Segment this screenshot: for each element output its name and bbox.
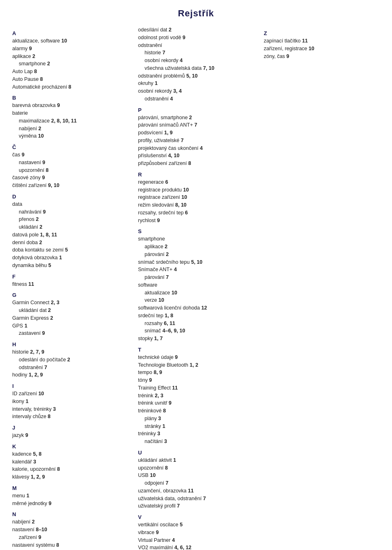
index-entry: Auto Lap 8: [12, 68, 128, 76]
index-entry: dynamika běhu 5: [12, 262, 128, 269]
entry-text: příslušenství: [138, 153, 168, 158]
entry-pages: 1: [24, 323, 27, 329]
entry-pages: 2: [50, 315, 53, 321]
entry-pages: 4: [172, 537, 175, 543]
entry-text: ikony: [12, 399, 26, 404]
entry-text: aktualizace: [145, 290, 172, 296]
entry-text: stopky: [138, 336, 154, 341]
section-letter-J: J: [12, 425, 128, 431]
index-entry: Auto Pause 8: [12, 76, 128, 83]
entry-text: trénink: [138, 393, 155, 399]
index-entry: projektovaný čas ukončení 4: [138, 145, 254, 152]
entry-pages: 8: [34, 69, 37, 74]
entry-pages: 4: [180, 58, 183, 63]
entry-text: softwarová licenční dohoda: [138, 305, 201, 311]
index-entry: uzamčení, obrazovka 11: [138, 487, 254, 495]
index-entry: intervaly chůze 8: [12, 413, 128, 421]
entry-text: odpojení: [145, 480, 165, 486]
entry-pages: 2, 7, 9: [30, 349, 45, 355]
index-entry: registrace zařízení 10: [138, 194, 254, 201]
index-entry: fitness 11: [12, 281, 128, 288]
entry-text: dynamika běhu: [12, 263, 48, 268]
entry-text: měrné jednotky: [12, 501, 49, 506]
entry-pages: 4: [200, 145, 203, 151]
index-entry: Training Effect 11: [138, 384, 254, 392]
entry-text: denní doba: [12, 240, 39, 245]
entry-text: výměna: [19, 133, 38, 139]
index-entry: stopky 1, 7: [138, 335, 254, 343]
index-entry: srdeční tep 1, 8: [138, 312, 254, 320]
entry-pages: 9: [29, 46, 32, 51]
entry-pages: 9: [49, 501, 51, 506]
entry-pages: 11: [29, 281, 34, 287]
column-3: Zzapínací tlačítko 11zařízení, registrac…: [259, 26, 380, 550]
entry-text: registrace produktu: [138, 187, 183, 193]
entry-pages: 8: [165, 465, 168, 471]
entry-text: párování: [145, 252, 166, 257]
index-entry: aktualizace 10: [138, 289, 254, 297]
index-entry: zařízení, registrace 10: [264, 45, 380, 53]
column-1: Aaktualizace, software 10alarmy 9aplikac…: [12, 26, 133, 550]
index-entry: nastavení 8–10: [12, 526, 128, 534]
entry-text: kalendář: [12, 459, 33, 465]
entry-text: nabíjení: [19, 126, 38, 131]
entry-text: hodiny: [12, 372, 29, 378]
entry-text: čas: [12, 152, 22, 158]
entry-text: tempo: [138, 370, 154, 375]
entry-text: nastavení: [12, 527, 36, 532]
entry-pages: 9: [286, 53, 289, 59]
entry-text: Auto Lap: [12, 69, 34, 74]
section-letter-F: F: [12, 274, 128, 280]
entry-text: aplikace: [12, 53, 32, 59]
entry-pages: 2: [166, 252, 169, 257]
entry-pages: 4–6, 9, 10: [163, 328, 185, 334]
entry-pages: 2: [32, 53, 35, 59]
entry-pages: 10: [38, 133, 44, 139]
entry-pages: 9: [25, 432, 28, 438]
entry-pages: 10: [172, 290, 177, 296]
entry-pages: 8: [57, 466, 60, 472]
entry-text: profily, uživatelské: [138, 138, 181, 143]
entry-text: kalorie, upozornění: [12, 466, 57, 472]
index-entry: zastavení 9: [12, 330, 128, 337]
entry-pages: 9: [183, 35, 185, 40]
entry-text: jazyk: [12, 432, 25, 438]
entry-pages: 6, 11: [164, 321, 175, 326]
entry-pages: 11: [188, 488, 194, 494]
index-entry: nabíjení 2: [12, 518, 128, 526]
entry-text: technické údaje: [138, 354, 175, 360]
entry-pages: 3: [158, 416, 161, 421]
index-entry: jazyk 9: [12, 432, 128, 439]
entry-pages: 11: [302, 38, 308, 44]
entry-pages: 8: [188, 160, 191, 166]
index-entry: USB 10: [138, 472, 254, 479]
entry-pages: 7, 10: [203, 65, 214, 71]
index-entry: Automatické procházení 8: [12, 83, 128, 91]
entry-text: fitness: [12, 281, 29, 287]
index-entry: menu 1: [12, 492, 128, 500]
index-entry: datová pole 1, 8, 11: [12, 231, 128, 239]
entry-text: zařízení: [19, 534, 38, 540]
entry-pages: 1, 7: [154, 336, 163, 341]
entry-pages: 1: [26, 399, 29, 404]
index-entry: ID zařízení 10: [12, 390, 128, 398]
entry-pages: 12: [201, 305, 207, 311]
entry-pages: 10: [158, 297, 164, 303]
entry-pages: 8–10: [36, 527, 47, 532]
entry-pages: 10: [38, 391, 44, 396]
index-entry: GPS 1: [12, 322, 128, 330]
entry-pages: 2, 8, 10, 11: [51, 118, 77, 124]
entry-text: plány: [145, 416, 158, 421]
entry-text: zařízení, registrace: [264, 46, 309, 51]
entry-text: baterie: [12, 110, 28, 116]
entry-text: zastavení: [19, 330, 42, 336]
entry-pages: 1, 8, 11: [40, 232, 57, 238]
section-letter-U: U: [138, 450, 254, 456]
entry-text: ukládání aktivit: [138, 457, 173, 463]
entry-pages: 9: [22, 152, 24, 158]
index-entry: párování, smartphone 2: [138, 114, 254, 122]
entry-pages: 7: [166, 274, 169, 280]
entry-pages: 4: [170, 96, 173, 102]
entry-text: ukládání: [19, 224, 40, 230]
index-entry: data: [12, 200, 128, 208]
